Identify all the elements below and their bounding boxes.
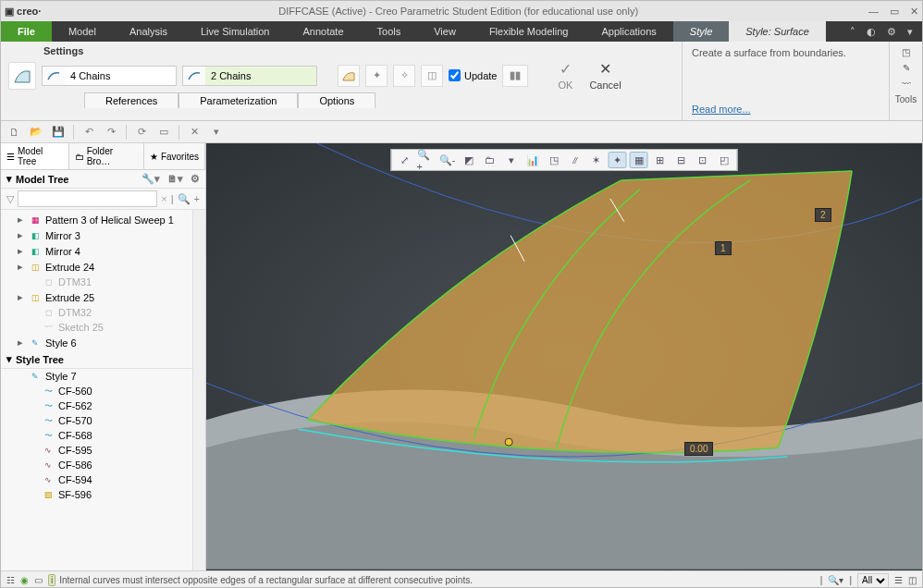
appearance-icon[interactable]: ◐: [867, 26, 876, 38]
menu-tools[interactable]: Tools: [361, 21, 418, 42]
status-icon-1[interactable]: ☷: [6, 575, 15, 585]
tree-item[interactable]: 〜CF-570: [1, 413, 192, 428]
tree-item[interactable]: ▸▦Pattern 3 of Helical Sweep 1: [1, 212, 192, 227]
tool-icon-3[interactable]: 〰: [902, 79, 911, 89]
view-manager-icon[interactable]: 📊: [523, 152, 542, 168]
tree-show-icon[interactable]: 🗎▾: [167, 173, 183, 185]
menu-file[interactable]: File: [1, 21, 52, 42]
scrollbar[interactable]: [192, 210, 205, 570]
secondary-chain-field[interactable]: [182, 66, 317, 86]
read-more-link[interactable]: Read more...: [692, 104, 880, 115]
tree-item[interactable]: 〜CF-560: [1, 384, 192, 398]
minimize-icon[interactable]: —: [868, 6, 879, 18]
add-icon[interactable]: +: [194, 193, 200, 204]
tree-item[interactable]: ▸◧Mirror 3: [1, 227, 192, 243]
maximize-icon[interactable]: ▭: [890, 6, 899, 18]
tree-item[interactable]: ∿CF-586: [1, 458, 192, 472]
gear-icon[interactable]: ⚙: [887, 26, 896, 38]
undo-icon[interactable]: ↶: [81, 125, 96, 140]
snap-icon[interactable]: ◫: [908, 575, 917, 585]
tree-item[interactable]: ▸◧Mirror 4: [1, 243, 192, 259]
redo-icon[interactable]: ↷: [104, 125, 118, 140]
display-style-icon[interactable]: 🗀: [481, 152, 499, 168]
surf-option-3-button[interactable]: ✧: [393, 65, 415, 87]
shading-icon[interactable]: ⊡: [694, 152, 712, 168]
tree-item[interactable]: 〰Sketch 25: [1, 320, 192, 335]
style-tree-header[interactable]: ▾Style Tree: [1, 350, 192, 369]
tree-item[interactable]: 〜CF-562: [1, 398, 192, 413]
open-icon[interactable]: 📂: [29, 125, 43, 140]
saved-view-icon[interactable]: ▾: [502, 152, 521, 168]
spin-center-icon[interactable]: ✦: [609, 152, 627, 168]
menu-applications[interactable]: Applications: [585, 21, 672, 42]
more-icon[interactable]: ▾: [209, 125, 224, 140]
datum-display-icon[interactable]: ⫽: [566, 152, 585, 168]
help-icon-dropdown[interactable]: ▾: [907, 26, 913, 38]
close-icon[interactable]: ✕: [910, 6, 918, 18]
pause-button[interactable]: ▮▮: [502, 65, 528, 87]
repaint-icon[interactable]: ◩: [460, 152, 478, 168]
collapse-ribbon-icon[interactable]: ˄: [850, 26, 855, 38]
primary-chain-field[interactable]: [42, 66, 177, 86]
surf-option-4-button[interactable]: ◫: [421, 65, 443, 87]
tree-item[interactable]: ▧SF-596: [1, 487, 192, 502]
new-icon[interactable]: 🗋: [6, 125, 21, 140]
tree-item[interactable]: ▸✎Style 6: [1, 335, 192, 350]
secondary-chain-input[interactable]: [205, 67, 316, 85]
save-icon[interactable]: 💾: [51, 125, 66, 140]
chain-tag-1[interactable]: 1: [715, 241, 732, 255]
menu-analysis[interactable]: Analysis: [113, 21, 184, 42]
tree-item[interactable]: ✎Style 7: [1, 369, 192, 384]
perspective-icon[interactable]: ◳: [545, 152, 563, 168]
close-win-icon[interactable]: ✕: [187, 125, 202, 140]
render-icon[interactable]: ◰: [715, 152, 733, 168]
menu-model[interactable]: Model: [52, 21, 113, 42]
tool-icon-1[interactable]: ◳: [902, 47, 910, 57]
windows-icon[interactable]: ▭: [156, 125, 171, 140]
tree-item[interactable]: ▸◫Extrude 25: [1, 289, 192, 305]
surf-option-2-button[interactable]: ✦: [365, 65, 388, 87]
tab-favorites[interactable]: ★Favorites: [144, 143, 205, 169]
tool-icon-2[interactable]: ✎: [903, 63, 910, 73]
regen-icon[interactable]: ⟳: [134, 125, 149, 140]
primary-chain-input[interactable]: [65, 67, 176, 85]
surf-option-1-button[interactable]: [338, 65, 360, 87]
tab-folder-browser[interactable]: 🗀Folder Bro…: [69, 143, 144, 169]
tab-references[interactable]: References: [84, 92, 178, 108]
tree-item[interactable]: ◻DTM31: [1, 275, 192, 289]
filter-input[interactable]: [18, 190, 157, 207]
zoom-in-icon[interactable]: 🔍+: [417, 152, 436, 168]
tree-item[interactable]: ∿CF-594: [1, 472, 192, 487]
tree-settings-icon[interactable]: ⚙: [191, 173, 200, 185]
clear-filter-icon[interactable]: ×: [161, 193, 166, 204]
filter-icon[interactable]: ▽: [6, 193, 14, 205]
tree-tool-icon[interactable]: 🔧▾: [142, 173, 160, 185]
value-badge[interactable]: 0.00: [684, 442, 713, 456]
menu-flexible-modeling[interactable]: Flexible Modeling: [473, 21, 585, 42]
status-icon-3[interactable]: ▭: [34, 575, 43, 585]
tree-item[interactable]: 〜CF-568: [1, 428, 192, 443]
refit-icon[interactable]: ⤢: [396, 152, 414, 168]
menu-style-surface[interactable]: Style: Surface: [729, 21, 825, 42]
cancel-button[interactable]: ✕Cancel: [589, 60, 621, 91]
menu-annotate[interactable]: Annotate: [286, 21, 360, 42]
update-checkbox[interactable]: Update: [449, 69, 497, 81]
menu-live-simulation[interactable]: Live Simulation: [184, 21, 287, 42]
ok-button[interactable]: ✓OK: [558, 60, 572, 91]
graphics-viewport[interactable]: ⤢ 🔍+ 🔍- ◩ 🗀 ▾ 📊 ◳ ⫽ ✶ ✦ ▦ ⊞ ⊟ ⊡ ◰: [206, 143, 922, 570]
selection-filter-dropdown[interactable]: All: [857, 573, 889, 588]
status-icon-2[interactable]: ◉: [20, 575, 29, 585]
search-icon[interactable]: 🔍: [178, 193, 191, 205]
zoom-out-icon[interactable]: 🔍-: [438, 152, 457, 168]
tab-model-tree[interactable]: ☰Model Tree: [1, 143, 69, 169]
tree-item[interactable]: ∿CF-595: [1, 443, 192, 458]
geometry-filter-icon[interactable]: ☰: [894, 575, 903, 585]
find-icon[interactable]: 🔍▾: [828, 575, 843, 585]
hidden-icon[interactable]: ⊞: [651, 152, 670, 168]
menu-view[interactable]: View: [417, 21, 473, 42]
tree-item[interactable]: ▸◫Extrude 24: [1, 259, 192, 275]
tree-item[interactable]: ◻DTM32: [1, 305, 192, 320]
chain-tag-2[interactable]: 2: [815, 208, 831, 222]
model-tree-header[interactable]: ▾Model Tree 🔧▾ 🗎▾ ⚙: [1, 170, 205, 189]
nohidden-icon[interactable]: ⊟: [672, 152, 691, 168]
